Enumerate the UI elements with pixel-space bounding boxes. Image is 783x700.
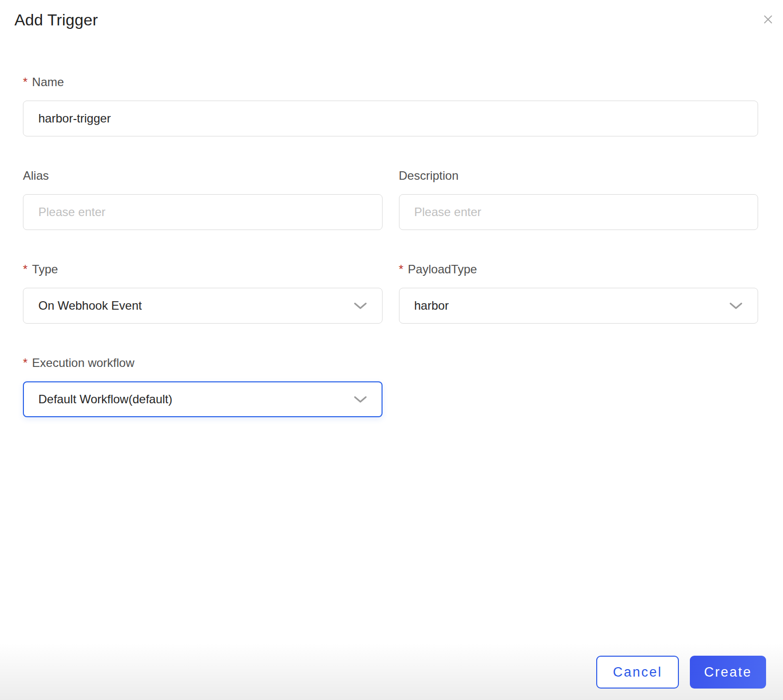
- execution-workflow-label: * Execution workflow: [23, 355, 383, 370]
- field-name: * Name: [23, 75, 758, 136]
- alias-label-text: Alias: [23, 168, 49, 183]
- payloadtype-label: * PayloadType: [399, 262, 759, 277]
- field-payloadtype: * PayloadType harbor: [399, 262, 759, 324]
- execution-workflow-select[interactable]: Default Workflow(default): [23, 381, 383, 417]
- alias-label: Alias: [23, 168, 383, 183]
- required-asterisk: *: [399, 262, 403, 277]
- required-asterisk: *: [23, 355, 27, 370]
- chevron-down-icon: [729, 302, 743, 310]
- payloadtype-label-text: PayloadType: [408, 262, 477, 277]
- dialog-title: Add Trigger: [14, 11, 98, 29]
- chevron-down-icon: [354, 302, 367, 310]
- field-type: * Type On Webhook Event: [23, 262, 383, 324]
- field-execution-workflow: * Execution workflow Default Workflow(de…: [23, 355, 383, 417]
- payloadtype-select-value: harbor: [414, 299, 449, 313]
- create-button[interactable]: Create: [690, 656, 766, 689]
- field-description: Description: [399, 168, 759, 230]
- close-button[interactable]: [759, 10, 777, 28]
- form-row-alias-description: Alias Description: [23, 168, 758, 230]
- form-row-type-payloadtype: * Type On Webhook Event * PayloadType ha…: [23, 262, 758, 324]
- dialog-footer: Cancel Create: [596, 656, 766, 689]
- alias-input[interactable]: [23, 194, 383, 230]
- name-input[interactable]: [23, 101, 758, 136]
- name-label: * Name: [23, 75, 758, 90]
- type-label: * Type: [23, 262, 383, 277]
- description-label: Description: [399, 168, 759, 183]
- name-label-text: Name: [32, 75, 64, 90]
- form-row-name: * Name: [23, 75, 758, 136]
- description-input[interactable]: [399, 194, 759, 230]
- required-asterisk: *: [23, 75, 27, 90]
- chevron-down-icon: [354, 396, 367, 403]
- add-trigger-form: * Name Alias Description: [23, 75, 758, 417]
- execution-workflow-select-value: Default Workflow(default): [38, 392, 172, 406]
- payloadtype-select[interactable]: harbor: [399, 288, 759, 324]
- execution-workflow-label-text: Execution workflow: [32, 355, 134, 370]
- add-trigger-dialog: Add Trigger * Name Alias: [0, 0, 783, 700]
- type-label-text: Type: [32, 262, 58, 277]
- form-row-execution-workflow: * Execution workflow Default Workflow(de…: [23, 355, 758, 417]
- field-alias: Alias: [23, 168, 383, 230]
- required-asterisk: *: [23, 262, 27, 277]
- type-select-value: On Webhook Event: [38, 299, 142, 313]
- cancel-button[interactable]: Cancel: [596, 656, 679, 689]
- type-select[interactable]: On Webhook Event: [23, 288, 383, 324]
- description-label-text: Description: [399, 168, 459, 183]
- close-icon: [763, 14, 773, 24]
